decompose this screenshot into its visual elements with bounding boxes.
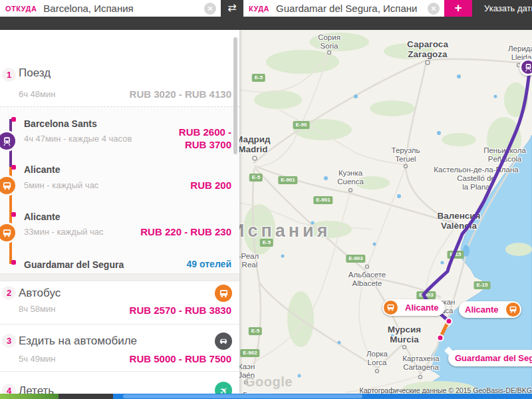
swap-locations-button[interactable]: ⇄ <box>221 0 243 17</box>
route-title: Ездить на автомобиле <box>19 334 137 348</box>
travel-planner-app: ОТКУДА Barcelona, Испания × ⇄ КУДА Guard… <box>0 0 532 399</box>
route-rank-badge: 1 <box>2 68 16 82</box>
station-name[interactable]: Guardamar del Segura <box>24 259 124 270</box>
route-rank-badge: 3 <box>2 334 16 348</box>
divider <box>0 371 239 372</box>
train-itinerary: Barcelona Sants 4ч 47мин - каждые 4 часо… <box>0 107 239 273</box>
bottom-strip-blue <box>113 394 532 399</box>
bus-icon <box>384 301 398 315</box>
alicante-marker-east[interactable]: Alicante <box>459 301 521 318</box>
route-rank-badge: 4 <box>2 384 16 394</box>
station-name[interactable]: Alicante <box>24 211 60 222</box>
timeline-stop-dot <box>11 117 16 122</box>
timeline-stop-dot <box>11 260 16 265</box>
bottom-strip-thumb <box>123 394 362 398</box>
alicante-marker-west[interactable]: Alicante <box>382 299 445 316</box>
train-station-marker[interactable] <box>519 59 532 76</box>
route-duration: 5ч 49мин <box>19 354 55 364</box>
bus-icon <box>0 175 17 196</box>
origin-label: ОТКУДА <box>0 5 43 13</box>
guardamar-marker[interactable]: Guardamar del Segura <box>448 350 532 366</box>
sidebar-scrollbar[interactable] <box>233 37 237 154</box>
section-gap <box>0 273 239 281</box>
guardamar-route-dot <box>438 335 444 341</box>
bus-icon <box>506 303 520 317</box>
bottom-window-strip <box>0 394 532 399</box>
clear-destination-icon[interactable]: × <box>428 3 440 15</box>
station-detail: 5мин - каждый час <box>24 180 98 190</box>
destination-label: КУДА <box>243 5 276 13</box>
set-dates-button[interactable]: Указать даты <box>480 0 532 17</box>
route-price: RUB 5000 - RUB 7500 <box>130 353 231 364</box>
train-route-line <box>424 66 530 321</box>
map-viewport[interactable]: СорияSoriaСарагосаZaragozaЛеридаLleidaМа… <box>239 30 532 394</box>
route-title: Лететь <box>19 384 54 394</box>
marker-label: Guardamar del Segura <box>448 353 532 363</box>
timeline-stop-dot <box>11 212 16 217</box>
bus-icon <box>215 285 232 302</box>
bus-icon <box>0 222 17 243</box>
add-destination-button[interactable]: + <box>444 0 472 17</box>
route-price: RUB 2570 - RUB 3830 <box>130 305 231 316</box>
route-duration: 8ч 58мин <box>19 304 55 314</box>
station-detail: 4ч 47мин - каждые 4 часов <box>24 134 132 144</box>
marker-label: Alicante <box>399 303 445 313</box>
route-rank-badge: 2 <box>2 286 16 300</box>
divider <box>0 324 239 325</box>
destination-input[interactable]: Guardamar del Segura, Испани <box>276 3 423 14</box>
alicante-route-dot <box>446 319 452 325</box>
station-name[interactable]: Barcelona Sants <box>24 118 97 129</box>
route-overlay <box>239 30 532 394</box>
plane-icon: ✈ <box>215 382 232 394</box>
car-icon <box>215 332 232 350</box>
segment-price: RUB 200 <box>190 179 231 192</box>
search-header: ОТКУДА Barcelona, Испания × ⇄ КУДА Guard… <box>0 0 532 30</box>
swap-icon: ⇄ <box>227 2 236 13</box>
routes-panel: 1 Поезд 6ч 48мин RUB 3020 - RUB 4130 <box>0 30 239 394</box>
timeline-stop-dot <box>11 165 16 170</box>
train-icon <box>524 63 532 72</box>
route-title: Автобус <box>19 287 61 300</box>
segment-price: RUB 2600 - RUB 3700 <box>179 126 231 151</box>
set-dates-label: Указать даты <box>484 3 532 13</box>
segment-price: RUB 220 - RUB 230 <box>140 225 231 238</box>
station-detail: 33мин - каждый час <box>24 227 104 237</box>
origin-field[interactable]: ОТКУДА Barcelona, Испания × <box>0 0 221 17</box>
destination-field[interactable]: КУДА Guardamar del Segura, Испани × <box>243 0 444 17</box>
route-title: Поезд <box>19 66 51 80</box>
train-icon <box>0 130 17 152</box>
origin-input[interactable]: Barcelona, Испания <box>43 3 200 14</box>
marker-label: Alicante <box>459 305 505 315</box>
hotels-link[interactable]: 49 отелей <box>187 259 231 269</box>
clear-origin-icon[interactable]: × <box>204 3 216 15</box>
bottom-strip-green <box>0 394 59 399</box>
route-price: RUB 3020 - RUB 4130 <box>130 88 231 100</box>
station-name[interactable]: Alicante <box>24 164 60 175</box>
route-duration: 6ч 48мин <box>19 89 55 99</box>
